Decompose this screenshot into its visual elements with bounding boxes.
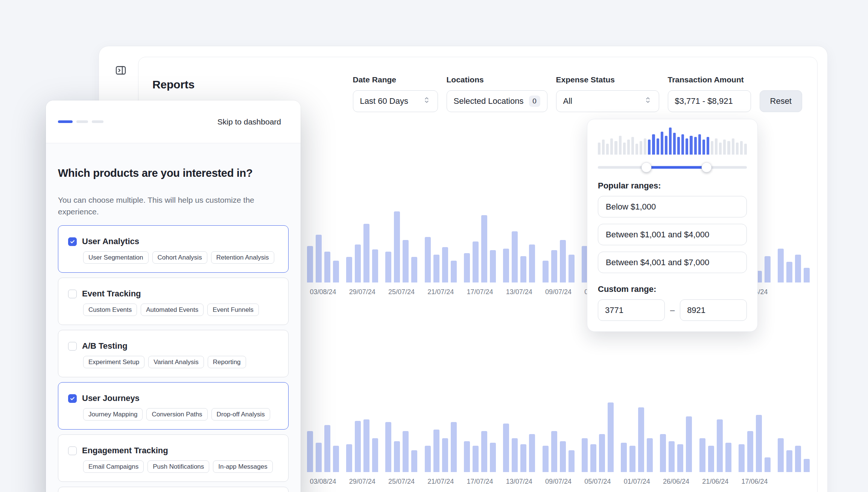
chart-bar [543,261,549,283]
product-name: Event Tracking [82,289,141,299]
popular-ranges-label: Popular ranges: [598,181,747,191]
chart-bar [629,446,635,472]
custom-range-label: Custom range: [598,284,747,294]
histogram-bar [652,134,655,155]
max-amount-input[interactable] [680,299,747,321]
chart-bar [442,438,448,472]
product-card-partial[interactable] [58,487,289,492]
chart-bar [608,402,614,472]
chart-bar [543,446,549,472]
product-tags: Experiment Setup Variant Analysis Report… [83,356,279,368]
histogram-bar [677,137,680,155]
histogram-bar [619,136,622,155]
product-card[interactable]: A/B Testing Experiment Setup Variant Ana… [58,330,289,377]
chart-bar [425,446,431,472]
progress-segment [58,120,73,123]
chart-bar [520,256,526,282]
chart-bar [747,431,753,472]
expense-status-label: Expense Status [556,75,659,84]
locations-select[interactable]: Selected Locations 0 [447,90,547,112]
chart-bar [804,459,810,472]
histogram-bar [644,138,646,155]
amount-range-slider [598,160,747,175]
x-axis-label: 21/06/24 [696,472,735,491]
histogram-bar [631,137,634,155]
product-checkbox[interactable] [68,342,77,351]
custom-range-inputs: – [598,299,747,321]
histogram-bar [694,137,697,155]
x-axis-label: 01/07/24 [617,472,657,491]
product-name: Engagement Tracking [82,446,168,456]
locations-label: Locations [447,75,547,84]
screen: Reports Date Range Last 60 Days Location… [0,0,868,492]
chart-bar [725,443,731,472]
date-range-select[interactable]: Last 60 Days [353,90,438,112]
histogram-bar [727,141,730,155]
histogram-bar [740,141,743,155]
product-tag: Retention Analysis [211,251,274,264]
chart-bar [324,425,330,472]
chart-bar [795,255,801,282]
histogram-bar [657,138,659,155]
skip-to-dashboard-button[interactable]: Skip to dashboard [217,117,281,126]
product-tag: User Segmentation [83,251,149,264]
transaction-amount-button[interactable]: $3,771 - $8,921 [668,90,751,112]
chart-bar [520,444,526,472]
chart-bar [481,431,487,472]
check-icon [70,239,75,244]
chart-bar [490,443,496,472]
product-card[interactable]: Engagement Tracking Email Campaigns Push… [58,434,289,482]
histogram-bar [698,134,701,155]
panel-toggle-icon [115,72,127,77]
filter-transaction-amount: Transaction Amount $3,771 - $8,921 [668,75,751,112]
product-card[interactable]: Event Tracking Custom Events Automated E… [58,278,289,325]
chart-bar [786,450,792,472]
chart-bar [786,262,792,282]
slider-handle-min[interactable] [641,162,651,173]
chart-bar [355,244,361,282]
histogram-bar [665,136,667,155]
progress-segment [76,120,88,123]
chart-bar [307,246,313,283]
chart-bar [599,434,605,472]
product-checkbox[interactable] [68,446,77,455]
chart-bar [385,252,391,282]
chart-bar [708,446,714,472]
product-checkbox[interactable] [68,237,77,246]
locations-count-badge: 0 [529,96,540,107]
sidebar-toggle-button[interactable] [113,63,128,78]
range-button-1001-4000[interactable]: Between $1,001 and $4,000 [598,224,747,245]
chart-bar [451,422,457,472]
onboarding-header: Skip to dashboard [46,100,301,143]
chart-bar [433,430,439,472]
page-title: Reports [152,78,195,91]
chart-bar [569,255,575,282]
range-button-4001-7000[interactable]: Between $4,001 and $7,000 [598,252,747,273]
date-range-label: Date Range [353,75,438,84]
product-checkbox[interactable] [68,394,77,403]
product-tag: Reporting [208,356,246,368]
reset-filters-button[interactable]: Reset [760,90,802,112]
histogram-bar [681,134,684,155]
progress-indicator [58,120,103,123]
min-amount-input[interactable] [598,299,665,321]
onboarding-subtitle: You can choose multiple. This will help … [58,194,274,217]
histogram-bar [702,140,705,155]
histogram-bar [648,140,651,155]
chart-bar [473,241,479,282]
product-checkbox[interactable] [68,290,77,298]
x-axis-label: 09/07/24 [539,282,578,301]
product-card[interactable]: User Analytics User Segmentation Cohort … [58,225,289,273]
expense-status-select[interactable]: All [556,90,659,112]
chart-bar [512,438,518,472]
chart-bar [686,416,692,472]
onboarding-body: Which products are you interested in? Yo… [46,143,301,492]
chart-bar [529,434,535,472]
product-card[interactable]: User Journeys Journey Mapping Conversion… [58,382,289,430]
range-button-below-1000[interactable]: Below $1,000 [598,196,747,217]
product-tag: Variant Analysis [148,356,204,368]
filters-bar: Date Range Last 60 Days Locations Select… [353,75,802,112]
chart-bar [372,249,378,282]
slider-handle-max[interactable] [702,162,712,173]
chart-bar [403,431,409,472]
